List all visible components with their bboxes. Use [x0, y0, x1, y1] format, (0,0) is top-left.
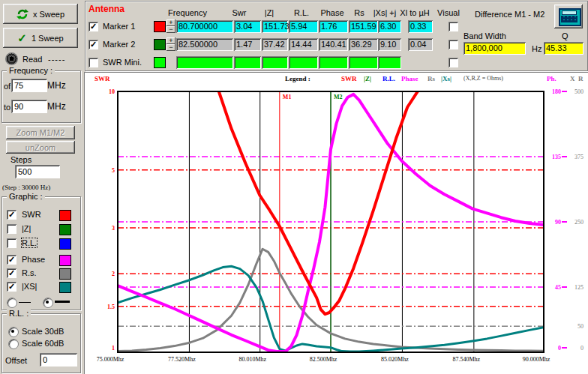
zoom-m1-m2-button[interactable]: Zoom M1/M2 — [6, 126, 75, 139]
freq-tick-label: 82.500Mhz — [310, 356, 338, 363]
rl-color-swatch — [59, 238, 71, 250]
chart-panel[interactable]: SWR Legend : SWR|Z|R.L.PhaseRs|Xs| (X,R,… — [84, 72, 588, 374]
marker1-z-field[interactable]: 151.73 — [262, 20, 288, 33]
read-knob-icon[interactable] — [5, 52, 18, 65]
freq-of-unit: MHz — [47, 80, 66, 91]
marker1-swr-field[interactable]: 3.04 — [234, 20, 261, 33]
xs-checkbox[interactable]: ✓ — [7, 282, 16, 292]
swr-mini-visual-checkbox[interactable] — [448, 58, 458, 67]
marker2-checkbox[interactable]: ✓ — [88, 40, 98, 49]
marker1-visual-checkbox[interactable] — [448, 22, 458, 31]
sweep-loop-icon — [16, 9, 28, 19]
antenna-title: Antenna — [88, 4, 124, 14]
swr-mini-xs-field — [378, 56, 401, 69]
scale-60db-label: Scale 60dB — [22, 339, 64, 348]
marker1-rs-field[interactable]: 151.59 — [349, 20, 378, 33]
freq-to-input[interactable]: 90 — [11, 100, 47, 113]
rs-checkbox[interactable]: ✓ — [7, 268, 16, 278]
spin-down-icon[interactable]: − — [166, 44, 176, 51]
rl-group-title: R.L. : — [7, 309, 31, 318]
marker2-frequency-field[interactable]: 82.500000 — [176, 38, 233, 51]
marker1-checkbox[interactable]: ✓ — [88, 22, 98, 31]
series-swr — [208, 72, 424, 314]
marker2-visual-checkbox[interactable] — [448, 40, 458, 49]
phase-checkbox[interactable]: ✓ — [7, 255, 16, 265]
marker-readout-panel: Antenna Frequency Swr |Z| R.L. Phase Rs … — [84, 0, 588, 72]
x-sweep-button[interactable]: x Sweep — [3, 4, 78, 24]
read-status-dashes: ----- — [48, 55, 65, 64]
marker1-spinner[interactable]: + − — [166, 19, 176, 33]
marker1-rl-field[interactable]: 5.94 — [289, 20, 318, 33]
frequency-group: Frequency : of 75 MHz to 90 MHz — [2, 70, 81, 123]
thick-line-radio[interactable] — [43, 298, 53, 308]
marker-m1-label: M1 — [283, 94, 292, 100]
marker2-rl-field[interactable]: 14.44 — [289, 38, 318, 51]
scale-30db-label: Scale 30dB — [22, 327, 64, 336]
freq-tick-label: 75.000Mhz — [97, 356, 124, 363]
xr-tick-label: 250 — [574, 219, 584, 226]
marker2-xs-field[interactable]: 9.10 — [378, 38, 401, 51]
xs-color-swatch — [59, 282, 71, 293]
swr-mini-checkbox[interactable] — [88, 58, 98, 67]
phase-tick-label: 180 — [552, 88, 561, 95]
freq-tick-label: 90.000Mhz — [523, 356, 550, 363]
bandwidth-value-field[interactable]: 1,800,000 — [464, 42, 526, 55]
rl-option-label: R.L. — [22, 238, 37, 247]
swr-tick-label: 3 — [112, 225, 115, 232]
swr-tick-label: 2 — [112, 271, 115, 277]
swr-checkbox[interactable]: ✓ — [7, 210, 16, 220]
one-sweep-button[interactable]: ✓ 1 Sweep — [3, 28, 78, 48]
frequency-group-title: Frequency : — [7, 66, 55, 75]
swr-tick-label: 1.5 — [107, 304, 115, 310]
steps-input[interactable]: 500 — [15, 165, 60, 178]
rl-checkbox[interactable] — [7, 238, 16, 248]
freq-of-input[interactable]: 75 — [11, 79, 47, 92]
z-color-swatch — [59, 224, 71, 235]
col-header-frequency: Frequency — [168, 8, 207, 17]
marker1-xs-field[interactable]: 6.30 — [378, 20, 401, 33]
marker1-phase-field[interactable]: 1.76 — [319, 20, 348, 33]
calculator-button[interactable] — [554, 4, 583, 28]
marker1-label: Marker 1 — [103, 22, 135, 31]
thin-line-radio[interactable] — [7, 298, 17, 308]
marker1-xl-field[interactable]: 0.33 — [408, 20, 433, 33]
offset-input[interactable]: 0 — [40, 353, 77, 367]
swr-mini-label: SWR Mini. — [103, 58, 142, 67]
difference-label: Difference M1 - M2 — [475, 10, 544, 19]
unzoom-label: unZoom — [26, 143, 56, 152]
marker2-phase-field[interactable]: 140.41 — [319, 38, 348, 51]
phase-color-swatch — [59, 255, 71, 266]
marker2-spinner[interactable]: + − — [166, 37, 176, 51]
one-sweep-label: 1 Sweep — [32, 34, 64, 43]
z-checkbox[interactable] — [7, 224, 16, 234]
xr-tick-label: 0 — [580, 345, 584, 352]
freq-to-unit: MHz — [47, 101, 66, 112]
scale-60db-radio[interactable] — [8, 339, 19, 349]
rs-option-label: R.s. — [22, 268, 37, 277]
marker2-rs-field[interactable]: 36.29 — [349, 38, 378, 51]
swr-mini-rl-field — [289, 56, 318, 69]
swr-mini-frequency-field — [176, 56, 233, 69]
swr-option-label: SWR — [22, 210, 41, 219]
marker2-swr-field[interactable]: 1.47 — [234, 38, 261, 51]
unzoom-button[interactable]: unZoom — [6, 141, 75, 154]
col-header-xl: Xl to µH — [400, 8, 429, 17]
freq-to-label: to — [4, 103, 10, 112]
swr-mini-swr-field — [234, 56, 261, 69]
col-header-rl: R.L. — [294, 8, 309, 17]
zoom-m1-m2-label: Zoom M1/M2 — [16, 128, 65, 137]
q-value-field[interactable]: 45.33 — [544, 42, 584, 55]
return-loss-group: R.L. : Scale 30dB Scale 60dB Offset 0 — [2, 313, 81, 373]
scale-30db-radio[interactable] — [8, 327, 19, 337]
xr-tick-label: 500 — [574, 88, 584, 95]
swr-mini-color-swatch — [154, 57, 166, 68]
steps-label: Steps — [10, 155, 32, 164]
swr-tick-label: 5 — [112, 167, 115, 174]
marker2-xl-field[interactable]: 0.04 — [408, 38, 433, 51]
freq-tick-label: 85.020Mhz — [381, 356, 409, 363]
marker2-z-field[interactable]: 37.42 — [262, 38, 288, 51]
sweep-plot[interactable]: M1M2105321.5175.000Mhz77.520Mhz80.010Mhz… — [84, 72, 588, 374]
marker1-frequency-field[interactable]: 80.700000 — [176, 20, 233, 33]
spin-down-icon[interactable]: − — [166, 26, 176, 33]
marker-m2-label: M2 — [334, 94, 343, 100]
